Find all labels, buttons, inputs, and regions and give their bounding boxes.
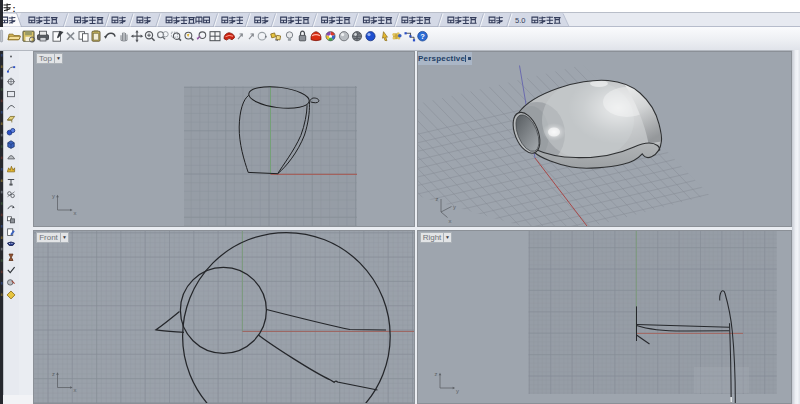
svg-text:?: ? [420,32,425,41]
svg-text:y: y [456,388,459,394]
svg-text:y: y [453,204,456,210]
svg-text:x: x [74,210,77,216]
svg-text:z: z [436,196,439,202]
svg-text:y: y [52,193,55,199]
svg-text:x: x [449,218,452,224]
svg-text:z: z [435,371,438,377]
svg-text:z: z [52,371,55,377]
svg-text:5.0: 5.0 [515,15,525,24]
svg-text:x: x [74,387,77,393]
